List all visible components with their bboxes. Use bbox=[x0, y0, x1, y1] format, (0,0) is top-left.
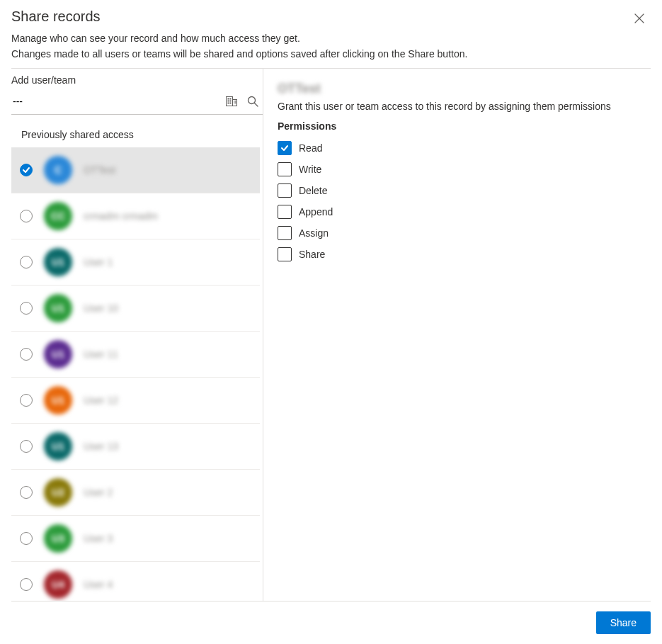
user-name-label: User 13 bbox=[84, 441, 118, 452]
share-records-dialog: Share records Manage who can see your re… bbox=[0, 0, 662, 644]
user-name-label: crmadm crmadm bbox=[84, 210, 158, 222]
user-name-label: User 1 bbox=[84, 256, 113, 268]
close-icon bbox=[634, 13, 644, 23]
user-name-label: User 12 bbox=[84, 395, 118, 406]
user-row[interactable]: U2User 2 bbox=[11, 470, 260, 516]
user-row[interactable]: U1User 12 bbox=[11, 378, 260, 424]
user-select-radio[interactable] bbox=[20, 578, 33, 591]
svg-rect-4 bbox=[230, 101, 232, 102]
right-panel: OTTest Grant this user or team access to… bbox=[263, 69, 651, 601]
grant-access-text: Grant this user or team access to this r… bbox=[278, 101, 651, 112]
permissions-list: ReadWriteDeleteAppendAssignShare bbox=[278, 137, 651, 265]
user-name-label: User 10 bbox=[84, 303, 118, 314]
dialog-subtitle-line1: Manage who can see your record and how m… bbox=[11, 32, 651, 46]
svg-rect-11 bbox=[235, 103, 236, 104]
permission-item: Share bbox=[278, 244, 651, 265]
permission-checkbox[interactable] bbox=[278, 247, 292, 261]
svg-rect-10 bbox=[234, 103, 235, 104]
add-user-team-input[interactable] bbox=[11, 93, 224, 110]
user-name-label: User 4 bbox=[84, 579, 113, 590]
permission-item: Read bbox=[278, 137, 651, 159]
dialog-footer: Share bbox=[11, 601, 651, 644]
previously-shared-label: Previously shared access bbox=[11, 119, 263, 147]
avatar: U1 bbox=[44, 340, 72, 368]
avatar: U3 bbox=[44, 524, 72, 553]
user-select-radio[interactable] bbox=[20, 486, 33, 499]
dialog-subtitle-line2: Changes made to all users or teams will … bbox=[11, 47, 651, 62]
org-icon bbox=[226, 96, 237, 106]
permission-label: Assign bbox=[299, 227, 329, 239]
close-button[interactable] bbox=[628, 7, 651, 30]
permission-label: Write bbox=[299, 164, 321, 175]
permission-item: Append bbox=[278, 201, 651, 222]
permissions-heading: Permissions bbox=[278, 120, 651, 132]
avatar: C bbox=[44, 156, 72, 184]
share-button[interactable]: Share bbox=[596, 611, 651, 634]
svg-rect-0 bbox=[227, 97, 233, 106]
permission-checkbox[interactable] bbox=[278, 141, 292, 155]
dialog-header: Share records bbox=[11, 7, 651, 30]
user-name-label: OTTest bbox=[84, 164, 115, 176]
svg-rect-2 bbox=[230, 98, 232, 100]
user-list[interactable]: COTTestCCcrmadm crmadmU1User 1U1User 10U… bbox=[11, 147, 263, 601]
search-icon bbox=[247, 96, 258, 107]
user-select-radio[interactable] bbox=[20, 532, 33, 545]
user-row[interactable]: COTTest bbox=[11, 147, 260, 193]
permission-checkbox[interactable] bbox=[278, 162, 292, 176]
dialog-content: Add user/team bbox=[11, 69, 651, 601]
org-lookup-button[interactable] bbox=[224, 94, 239, 108]
permission-label: Delete bbox=[299, 185, 327, 196]
permission-item: Assign bbox=[278, 222, 651, 244]
permission-label: Read bbox=[299, 142, 322, 154]
add-user-team-search bbox=[11, 90, 263, 115]
dialog-title: Share records bbox=[11, 9, 101, 25]
user-row[interactable]: U1User 1 bbox=[11, 239, 260, 286]
svg-rect-1 bbox=[228, 98, 229, 100]
permission-label: Append bbox=[299, 206, 333, 218]
avatar: U1 bbox=[44, 386, 72, 414]
avatar: CC bbox=[44, 202, 72, 230]
user-row[interactable]: U1User 13 bbox=[11, 424, 260, 470]
permission-checkbox[interactable] bbox=[278, 183, 292, 198]
svg-point-12 bbox=[249, 97, 256, 104]
svg-rect-3 bbox=[228, 101, 229, 102]
svg-rect-8 bbox=[234, 101, 235, 102]
user-select-radio[interactable] bbox=[20, 348, 33, 361]
user-select-radio[interactable] bbox=[20, 256, 33, 269]
user-select-radio[interactable] bbox=[20, 394, 33, 407]
svg-rect-5 bbox=[228, 103, 229, 104]
permission-checkbox[interactable] bbox=[278, 226, 292, 240]
svg-line-13 bbox=[255, 103, 258, 107]
avatar: U2 bbox=[44, 478, 72, 507]
avatar: U1 bbox=[44, 432, 72, 461]
avatar: U4 bbox=[44, 570, 72, 599]
user-row[interactable]: U3User 3 bbox=[11, 516, 260, 562]
permission-item: Delete bbox=[278, 180, 651, 201]
user-name-label: User 3 bbox=[84, 533, 113, 544]
user-row[interactable]: U1User 10 bbox=[11, 286, 260, 332]
svg-rect-6 bbox=[230, 103, 232, 104]
left-panel: Add user/team bbox=[11, 69, 263, 601]
user-select-radio[interactable] bbox=[20, 164, 33, 176]
permission-checkbox[interactable] bbox=[278, 205, 292, 219]
user-row[interactable]: U1User 11 bbox=[11, 332, 260, 378]
user-select-radio[interactable] bbox=[20, 210, 33, 222]
avatar: U1 bbox=[44, 248, 72, 276]
permission-item: Write bbox=[278, 159, 651, 180]
user-select-radio[interactable] bbox=[20, 302, 33, 315]
user-name-label: User 2 bbox=[84, 487, 113, 498]
svg-rect-9 bbox=[235, 101, 236, 102]
avatar: U1 bbox=[44, 294, 72, 322]
user-select-radio[interactable] bbox=[20, 440, 33, 453]
selected-user-name: OTTest bbox=[278, 81, 651, 96]
user-row[interactable]: CCcrmadm crmadm bbox=[11, 193, 260, 239]
add-user-team-label: Add user/team bbox=[11, 74, 263, 86]
user-name-label: User 11 bbox=[84, 349, 118, 360]
user-row[interactable]: U4User 4 bbox=[11, 562, 260, 601]
search-button[interactable] bbox=[246, 94, 260, 108]
permission-label: Share bbox=[299, 249, 325, 260]
